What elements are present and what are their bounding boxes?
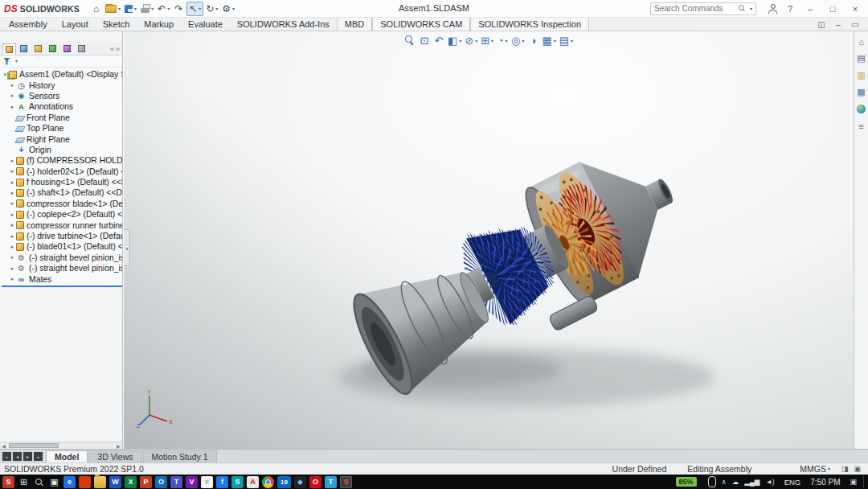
tree-item-origin[interactable]: ▸ Origin [2, 145, 122, 155]
search-icon[interactable] [739, 5, 746, 13]
taskbar-app-icon[interactable] [94, 476, 106, 488]
minimize-button[interactable]: – [801, 2, 819, 16]
save-button[interactable]: ▾ [123, 2, 138, 16]
expand-arrow-icon[interactable]: ▾ [2, 72, 9, 78]
expand-arrow-icon[interactable]: ▸ [9, 200, 16, 207]
taskbar-app-icon[interactable]: f [216, 476, 228, 488]
taskbar-app-icon[interactable]: ◆ [294, 476, 306, 488]
start-button[interactable]: ⊞ [18, 476, 30, 488]
apply-scene-button[interactable]: ▦▾ [542, 34, 555, 47]
tree-item-history[interactable]: ▸ History [2, 80, 122, 90]
cam-feature-tree-tab[interactable] [75, 43, 88, 55]
section-view-button[interactable]: ◧▾ [448, 34, 461, 47]
close-button[interactable]: × [846, 2, 864, 16]
taskbar-app-icon[interactable] [79, 476, 91, 488]
clock[interactable]: 7:50 PM [810, 478, 840, 487]
pinned-app-icon[interactable]: S [2, 476, 14, 488]
taskbar-app-icon[interactable]: P [140, 476, 152, 488]
taskbar-app-icon[interactable]: S [231, 476, 244, 488]
expand-arrow-icon[interactable]: ▸ [9, 254, 16, 261]
tab-addins[interactable]: SOLIDWORKS Add-Ins [230, 18, 337, 31]
select-button[interactable]: ↖▾ [186, 2, 203, 16]
dropdown-caret-icon[interactable]: ▾ [15, 59, 18, 64]
redo-button[interactable]: ↷ [172, 2, 186, 16]
expand-arrow-icon[interactable]: ▸ [9, 82, 16, 88]
panel-horizontal-scrollbar[interactable]: ◀ ▶ [0, 442, 122, 449]
taskbar-app-icon[interactable]: e [63, 476, 76, 488]
dynamic-annotation-views-button[interactable]: ⊘▾ [465, 34, 477, 47]
expand-arrow-icon[interactable]: ▸ [9, 92, 16, 99]
zoom-to-area-button[interactable]: ⊡ [419, 34, 430, 47]
panel-collapse-handle[interactable]: ◂ [124, 229, 130, 266]
taskbar-app-icon[interactable]: A [247, 476, 259, 488]
expand-arrow-icon[interactable]: ▸ [9, 168, 16, 175]
tab-inspection[interactable]: SOLIDWORKS Inspection [470, 18, 589, 31]
model-3d-view[interactable] [124, 31, 854, 449]
tree-item-component[interactable]: ▸ f housing<1> (Default) <<Defaul [2, 177, 122, 187]
edit-appearance-button[interactable]: ◑ [527, 34, 538, 47]
notification-center-icon[interactable]: ▣ [850, 478, 857, 486]
search-input[interactable] [654, 4, 736, 13]
options-button[interactable]: ⚙▾ [220, 2, 236, 16]
rebuild-button[interactable]: ↻▾ [204, 2, 219, 16]
tree-item-component[interactable]: ▸ (-) straight bevel pinion_iso<1> ( [2, 253, 122, 263]
expand-arrow-icon[interactable]: ▸ [9, 190, 16, 196]
search-commands-box[interactable]: ▾ [650, 2, 756, 15]
tab-cam[interactable]: SOLIDWORKS CAM [372, 18, 470, 31]
tree-item-component[interactable]: ▸ (-) holder02<1> (Default) <<Def... [2, 166, 122, 177]
taskbar-app-icon[interactable]: T [325, 476, 337, 488]
3d-views-tab[interactable]: 3D Views [88, 450, 141, 462]
view-palette-tab[interactable]: ▦ [856, 87, 866, 97]
panel-tab-scroll-right[interactable]: » [116, 45, 120, 53]
network-icon[interactable]: ▂▄▆ [744, 478, 760, 486]
view-settings-button[interactable]: ▤▾ [559, 34, 573, 47]
show-desktop-button[interactable] [863, 475, 866, 488]
file-explorer-tab[interactable]: ▥ [856, 70, 866, 80]
tab-scroll-last[interactable]: » [34, 452, 43, 461]
undo-button[interactable]: ↶▾ [156, 2, 171, 16]
taskbar-app-icon[interactable]: T [170, 476, 182, 488]
taskbar-app-icon[interactable]: V [186, 476, 198, 488]
tree-item-component[interactable]: ▸ (f) COMPRESSOR HOLDER<1> (D [2, 155, 122, 166]
view-orientation-button[interactable]: ⊞▾ [481, 34, 493, 47]
design-library-tab[interactable]: ▤ [856, 53, 866, 64]
home-button[interactable]: ⌂ [89, 2, 103, 16]
model-tab[interactable]: Model [46, 450, 88, 462]
solidworks-resources-tab[interactable]: ⌂ [856, 36, 866, 47]
expand-arrow-icon[interactable]: ▸ [9, 276, 16, 282]
tree-root-assembly[interactable]: ▾ Assem1 (Default) <Display State-1> [2, 69, 122, 80]
propertymanager-tab[interactable] [17, 43, 31, 55]
hidden-icons-chevron[interactable]: ∧ [722, 478, 727, 486]
doc-maximize-icon[interactable]: ▭ [850, 20, 860, 29]
tab-evaluate[interactable]: Evaluate [181, 18, 230, 31]
status-options-icon[interactable]: ▣ [854, 465, 861, 473]
login-button[interactable] [766, 2, 779, 16]
taskbar-app-icon[interactable]: W [109, 476, 121, 488]
filter-funnel-icon[interactable] [3, 58, 10, 65]
tree-item-component[interactable]: ▸ (-) shaft<1> (Default) <<Default: [2, 187, 122, 198]
status-display-icon[interactable]: ◨ [841, 465, 849, 473]
tree-item-component[interactable]: ▸ (-) coplepe<2> (Default) <<Defa [2, 209, 122, 220]
taskbar-app-icon[interactable]: 19 [277, 476, 291, 488]
tree-item-component[interactable]: ▸ compressor blade<1> (Defaul [2, 199, 122, 209]
panel-tab-scroll-left[interactable]: « [110, 45, 114, 53]
tab-scroll-left[interactable]: ◂ [13, 452, 22, 461]
scroll-right-arrow-icon[interactable]: ▶ [115, 443, 122, 449]
expand-arrow-icon[interactable]: ▸ [9, 179, 16, 186]
tree-item-annotations[interactable]: ▸ Annotations [2, 101, 122, 112]
configurationmanager-tab[interactable] [31, 43, 45, 55]
tab-scroll-right[interactable]: ▸ [23, 452, 32, 461]
help-button[interactable]: ? [784, 2, 796, 16]
expand-arrow-icon[interactable]: ▸ [9, 212, 16, 218]
zoom-to-fit-button[interactable] [404, 34, 416, 47]
taskbar-solidworks-active[interactable]: S [340, 476, 352, 488]
expand-arrow-icon[interactable]: ▸ [9, 233, 16, 240]
open-button[interactable]: ▾ [104, 2, 122, 16]
search-button[interactable] [33, 476, 45, 488]
expand-arrow-icon[interactable]: ▸ [9, 104, 16, 110]
scrollbar-thumb[interactable] [9, 443, 59, 448]
display-style-button[interactable]: ◔▾ [497, 34, 508, 47]
tree-item-component[interactable]: ▸ compressor runner turbine<1> [2, 220, 122, 230]
tree-item-component[interactable]: ▸ (-) blade01<1> (Default) <<Defa [2, 241, 122, 252]
expand-arrow-icon[interactable]: ▸ [9, 244, 16, 250]
